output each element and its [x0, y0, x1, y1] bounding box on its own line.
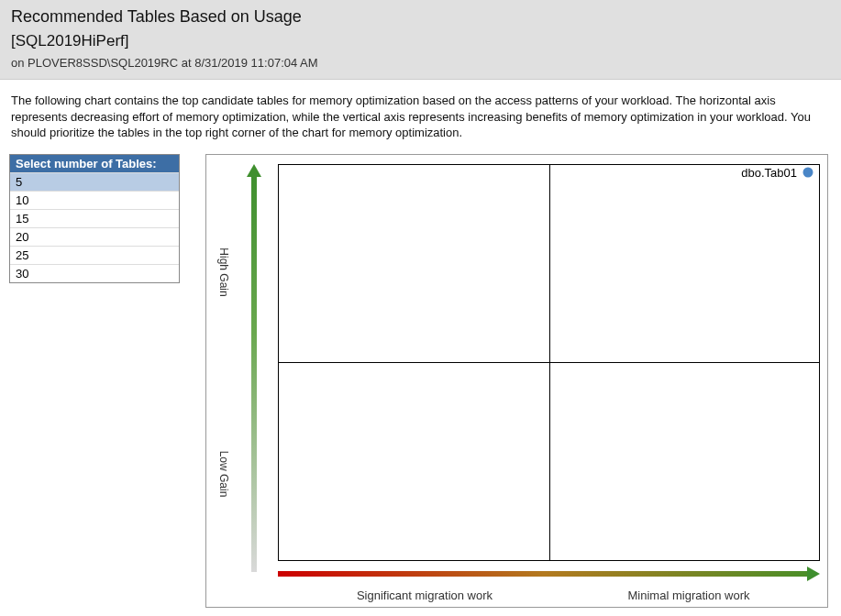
selector-option-20[interactable]: 20: [10, 227, 179, 246]
x-axis-label-minimal: Minimal migration work: [628, 588, 750, 602]
data-label-dbo-tab01: dbo.Tab01: [741, 166, 797, 180]
report-description: The following chart contains the top can…: [0, 80, 841, 148]
y-axis-label-high: High Gain: [217, 248, 230, 296]
plot-area: dbo.Tab01: [278, 164, 820, 561]
selector-option-25[interactable]: 25: [10, 246, 179, 264]
selector-header: Select number of Tables:: [10, 155, 179, 172]
x-axis-label-significant: Significant migration work: [357, 588, 492, 602]
report-meta: on PLOVER8SSD\SQL2019RC at 8/31/2019 11:…: [11, 56, 830, 70]
y-axis-label-low: Low Gain: [217, 450, 230, 497]
selector-option-30[interactable]: 30: [10, 264, 179, 282]
quadrant-chart: High Gain Low Gain dbo.Tab01 Significant…: [205, 154, 828, 608]
selector-option-10[interactable]: 10: [10, 191, 179, 209]
report-title: Recommended Tables Based on Usage: [11, 7, 830, 27]
database-name: [SQL2019HiPerf]: [11, 32, 830, 50]
x-axis-arrow-icon: [278, 566, 820, 581]
report-header: Recommended Tables Based on Usage [SQL20…: [0, 0, 841, 80]
y-axis-arrow-icon: [247, 164, 261, 572]
data-point-dbo-tab01[interactable]: [803, 168, 813, 178]
content-row: Select number of Tables: 5 10 15 20 25 3…: [0, 148, 841, 613]
selector-option-15[interactable]: 15: [10, 209, 179, 227]
quadrant-horizontal-divider: [279, 362, 819, 363]
selector-option-5[interactable]: 5: [10, 172, 179, 191]
table-count-selector: Select number of Tables: 5 10 15 20 25 3…: [9, 154, 180, 283]
